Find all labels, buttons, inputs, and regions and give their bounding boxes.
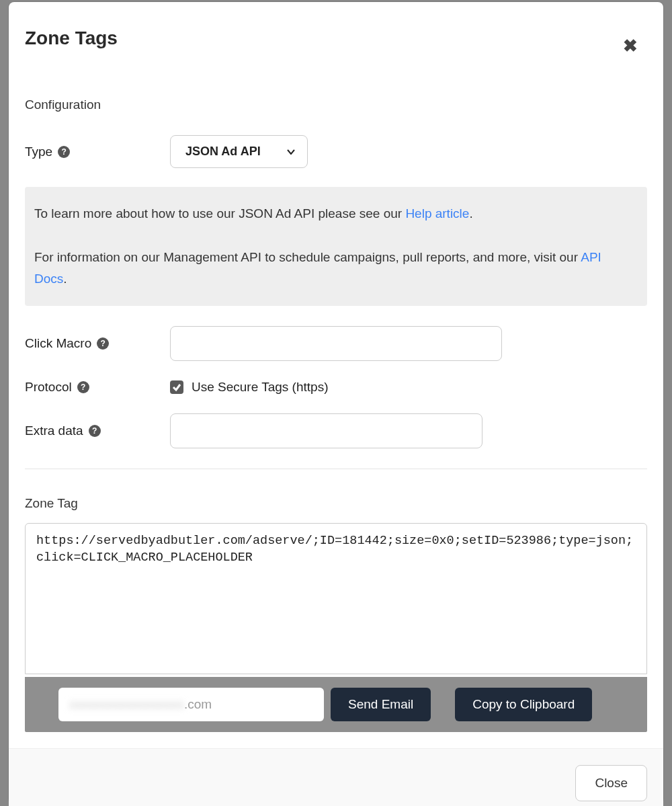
type-label: Type ? <box>25 145 170 159</box>
help-icon[interactable]: ? <box>58 146 70 158</box>
info-box: To learn more about how to use our JSON … <box>25 187 647 306</box>
checkbox-checked-icon[interactable] <box>170 380 183 394</box>
close-button[interactable]: Close <box>575 765 647 801</box>
send-email-button[interactable]: Send Email <box>331 688 431 721</box>
protocol-checkbox-label: Use Secure Tags (https) <box>192 380 328 395</box>
extra-data-row: Extra data ? <box>25 413 647 448</box>
protocol-checkbox[interactable]: Use Secure Tags (https) <box>170 380 328 395</box>
modal-title: Zone Tags <box>25 28 647 49</box>
type-select-value[interactable]: JSON Ad API <box>170 135 308 168</box>
copy-to-clipboard-button[interactable]: Copy to Clipboard <box>455 688 592 721</box>
click-macro-label: Click Macro ? <box>25 336 170 351</box>
protocol-label: Protocol ? <box>25 380 170 395</box>
type-row: Type ? JSON Ad API <box>25 135 647 168</box>
modal-footer: Close <box>9 748 663 806</box>
configuration-label: Configuration <box>25 97 647 112</box>
help-article-link[interactable]: Help article <box>405 206 469 220</box>
zone-tag-label: Zone Tag <box>25 496 647 511</box>
help-icon[interactable]: ? <box>97 337 109 350</box>
protocol-row: Protocol ? Use Secure Tags (https) <box>25 380 647 395</box>
help-icon[interactable]: ? <box>77 381 89 393</box>
click-macro-row: Click Macro ? <box>25 326 647 361</box>
help-icon[interactable]: ? <box>89 425 101 437</box>
extra-data-label: Extra data ? <box>25 424 170 438</box>
type-select[interactable]: JSON Ad API <box>170 135 308 168</box>
divider <box>25 469 647 469</box>
actions-bar: xxxxxxxxxxxxxxxxxx.com Send Email Copy t… <box>25 677 647 732</box>
modal-body: ✖ Zone Tags Configuration Type ? JSON Ad… <box>9 2 663 748</box>
zone-tags-modal: ✖ Zone Tags Configuration Type ? JSON Ad… <box>9 2 663 804</box>
extra-data-input[interactable] <box>170 413 482 448</box>
click-macro-input[interactable] <box>170 326 502 361</box>
zone-tag-textarea[interactable] <box>25 523 647 674</box>
close-icon[interactable]: ✖ <box>623 37 638 54</box>
email-input[interactable]: xxxxxxxxxxxxxxxxxx.com <box>58 688 324 721</box>
